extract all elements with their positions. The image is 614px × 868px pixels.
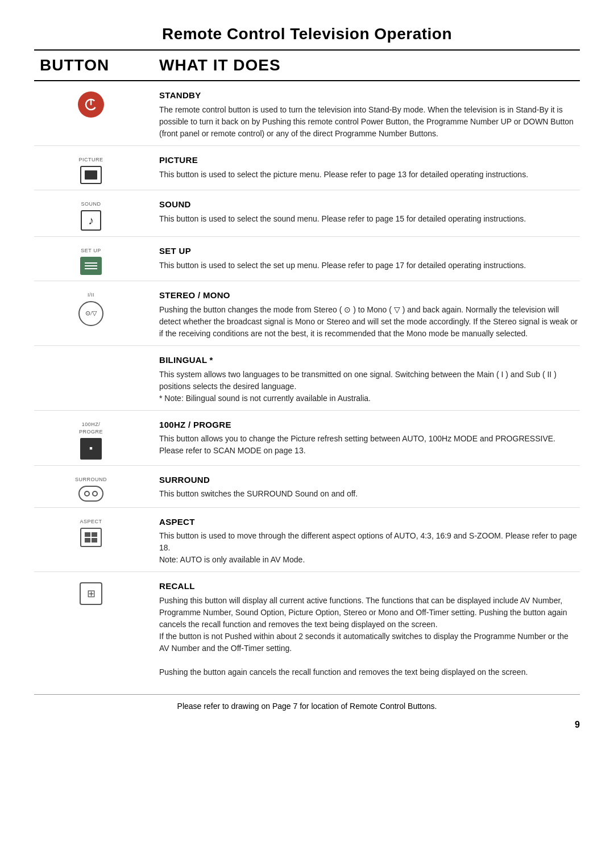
col-button-header: BUTTON (34, 54, 148, 77)
100hz-symbol: ■ (89, 445, 92, 452)
page-number: 9 (34, 718, 580, 731)
picture-label: PICTURE (78, 156, 103, 164)
surround-dot-2 (92, 491, 98, 496)
title-aspect: ASPECT (159, 516, 580, 528)
surround-icon[interactable] (78, 486, 103, 502)
desc-recall: RECALL Pushing this button will display … (148, 580, 580, 678)
row-recall: ⊞ RECALL Pushing this button will displa… (34, 572, 580, 684)
surround-label: SURROUND (75, 476, 107, 483)
button-aspect: ASPECT (34, 516, 148, 547)
button-picture: PICTURE (34, 154, 148, 184)
note-icon: ♪ (88, 212, 94, 229)
text-surround: This button switches the SURROUND Sound … (159, 488, 580, 500)
text-stereo: Pushing the button changes the mode from… (159, 304, 580, 340)
picture-icon[interactable] (80, 166, 102, 184)
title-sound: SOUND (159, 198, 580, 211)
picture-icon-inner (85, 170, 97, 180)
desc-stereo: STEREO / MONO Pushing the button changes… (148, 289, 580, 340)
desc-setup: SET UP This button is used to select the… (148, 245, 580, 272)
desc-sound: SOUND This button is used to select the … (148, 198, 580, 225)
stereo-symbol: ⊙/▽ (85, 309, 97, 318)
title-setup: SET UP (159, 245, 580, 257)
title-100hz: 100Hz / PROGRE (159, 419, 580, 431)
text-aspect: This button is used to move through the … (159, 530, 580, 566)
desc-standby: STANDBY The remote control button is use… (148, 89, 580, 140)
stereo-icon[interactable]: ⊙/▽ (78, 301, 103, 326)
desc-bilingual: BILINGUAL * This system allows two langu… (148, 354, 580, 404)
row-surround: SURROUND SURROUND This button switches t… (34, 466, 580, 508)
aspect-cell-3 (85, 538, 90, 542)
stereo-label: I/II (88, 291, 94, 299)
aspect-grid (85, 532, 97, 542)
title-standby: STANDBY (159, 89, 580, 102)
column-headers: BUTTON WHAT IT DOES (34, 51, 580, 82)
button-bilingual (34, 354, 148, 356)
button-setup: SET UP (34, 245, 148, 275)
surround-dot-1 (84, 491, 90, 496)
button-sound: SOUND ♪ (34, 198, 148, 231)
row-standby: STANDBY The remote control button is use… (34, 81, 580, 146)
row-setup: SET UP SET UP This button is used to sel… (34, 237, 580, 281)
aspect-cell-1 (85, 532, 90, 537)
standby-icon[interactable] (78, 91, 104, 118)
button-recall: ⊞ (34, 580, 148, 605)
setup-label: SET UP (81, 247, 101, 254)
setup-icon[interactable] (80, 257, 102, 275)
100hz-label: 100Hz/ PROGRE (79, 421, 103, 436)
power-icon (83, 97, 99, 112)
footer-text: Please refer to drawing on Page 7 for lo… (34, 700, 580, 712)
row-100hz: 100Hz/ PROGRE ■ 100Hz / PROGRE This butt… (34, 411, 580, 466)
title-stereo: STEREO / MONO (159, 289, 580, 302)
recall-symbol: ⊞ (87, 586, 96, 601)
desc-surround: SURROUND This button switches the SURROU… (148, 474, 580, 500)
col-what-header: WHAT IT DOES (148, 54, 580, 77)
content-area: STANDBY The remote control button is use… (34, 81, 580, 684)
100hz-icon[interactable]: ■ (80, 438, 102, 460)
aspect-label: ASPECT (80, 518, 102, 525)
text-bilingual: This system allows two languages to be t… (159, 369, 580, 404)
footer-rule (34, 694, 580, 695)
desc-100hz: 100Hz / PROGRE This button allows you to… (148, 419, 580, 457)
aspect-cell-2 (92, 532, 97, 537)
title-surround: SURROUND (159, 474, 580, 486)
title-bilingual: BILINGUAL * (159, 354, 580, 366)
text-picture: This button is used to select the pictur… (159, 169, 580, 181)
aspect-icon[interactable] (80, 528, 102, 547)
row-bilingual: BILINGUAL * This system allows two langu… (34, 346, 580, 411)
row-sound: SOUND ♪ SOUND This button is used to sel… (34, 190, 580, 237)
setup-line-2 (85, 265, 97, 266)
button-100hz: 100Hz/ PROGRE ■ (34, 419, 148, 460)
text-standby: The remote control button is used to tur… (159, 104, 580, 140)
text-sound: This button is used to select the sound … (159, 213, 580, 225)
recall-icon[interactable]: ⊞ (80, 582, 102, 605)
button-surround: SURROUND (34, 474, 148, 502)
text-recall: Pushing this button will display all cur… (159, 595, 580, 678)
setup-line-1 (85, 262, 97, 264)
row-picture: PICTURE PICTURE This button is used to s… (34, 146, 580, 190)
aspect-cell-4 (92, 538, 97, 542)
sound-icon[interactable]: ♪ (81, 210, 101, 231)
title-picture: PICTURE (159, 154, 580, 166)
row-aspect: ASPECT ASPECT This button is used to mov… (34, 508, 580, 573)
button-stereo: I/II ⊙/▽ (34, 289, 148, 326)
text-100hz: This button allows you to change the Pic… (159, 433, 580, 457)
page-title: Remote Control Television Operation (34, 23, 580, 46)
sound-label: SOUND (81, 201, 101, 208)
row-stereo: I/II ⊙/▽ STEREO / MONO Pushing the butto… (34, 281, 580, 346)
desc-aspect: ASPECT This button is used to move throu… (148, 516, 580, 566)
button-standby (34, 89, 148, 118)
title-recall: RECALL (159, 580, 580, 592)
text-setup: This button is used to select the set up… (159, 260, 580, 272)
setup-line-3 (85, 268, 97, 269)
desc-picture: PICTURE This button is used to select th… (148, 154, 580, 181)
